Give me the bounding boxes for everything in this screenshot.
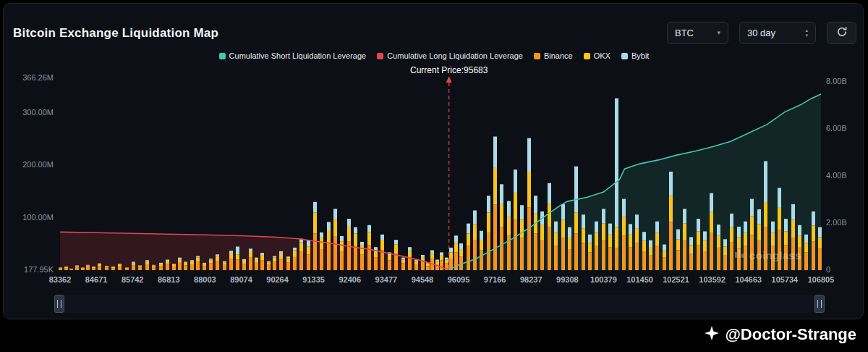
- current-price-label: Current Price:95683: [410, 65, 488, 75]
- right-axis-label: 4.00B: [826, 171, 864, 180]
- x-axis-label: 92406: [339, 275, 361, 284]
- left-axis-label: 200.00M: [3, 160, 54, 169]
- legend-item[interactable]: Binance: [534, 51, 573, 60]
- stage: Bitcoin Exchange Liquidation Map BTC ▾ 3…: [0, 0, 868, 352]
- refresh-icon: [836, 26, 848, 40]
- footer-credit: @Doctor-Strange: [705, 325, 856, 344]
- legend-item[interactable]: Cumulative Short Liquidation Leverage: [219, 51, 367, 60]
- x-axis-label: 99308: [556, 275, 579, 284]
- legend-label: OKX: [594, 51, 610, 60]
- legend-swatch: [584, 53, 590, 59]
- chevron-up-down-icon: ▴▾: [805, 28, 808, 38]
- x-axis-label: 89074: [230, 275, 252, 284]
- legend-label: Cumulative Short Liquidation Leverage: [229, 51, 367, 60]
- x-axis-label: 94548: [412, 275, 434, 284]
- timeframe-select-value: 30 day: [747, 28, 775, 38]
- legend-label: Bybit: [631, 51, 649, 60]
- x-axis-label: 86813: [158, 275, 180, 284]
- refresh-button[interactable]: [827, 22, 856, 44]
- left-axis-label: 366.26M: [3, 73, 54, 82]
- x-axis-label: 97166: [484, 275, 506, 284]
- grip-icon: [817, 300, 822, 308]
- x-axis-label: 85742: [122, 275, 144, 284]
- x-axis-label: 102521: [663, 275, 689, 284]
- star-icon: [705, 326, 719, 343]
- legend-label: Binance: [544, 51, 573, 60]
- legend-label: Cumulative Long Liquidation Leverage: [387, 51, 523, 60]
- chevron-down-icon: ▾: [717, 30, 720, 36]
- chart-legend: Cumulative Short Liquidation LeverageCum…: [0, 51, 868, 60]
- right-axis-label: 8.00B: [826, 77, 864, 85]
- symbol-select[interactable]: BTC ▾: [667, 22, 728, 44]
- x-axis-label: 98237: [520, 275, 542, 284]
- legend-item[interactable]: OKX: [584, 51, 610, 60]
- page-title: Bitcoin Exchange Liquidation Map: [13, 26, 218, 41]
- left-axis-label: 300.00M: [3, 108, 54, 117]
- x-axis-label: 88003: [194, 275, 216, 284]
- x-axis-label: 105734: [772, 275, 799, 284]
- legend-swatch: [219, 53, 226, 59]
- legend-item[interactable]: Bybit: [621, 51, 649, 60]
- x-axis-label: 101450: [626, 275, 653, 284]
- x-axis-label: 91335: [302, 275, 325, 284]
- x-axis-label: 90264: [266, 275, 289, 284]
- right-axis-label: 0: [826, 265, 864, 274]
- legend-swatch: [621, 53, 628, 59]
- left-axis-label: 177.95K: [3, 265, 54, 274]
- grip-icon: [57, 300, 61, 308]
- navigator-left-handle[interactable]: [54, 295, 64, 313]
- x-axis-label: 84671: [85, 275, 108, 284]
- right-axis-label: 6.00B: [826, 124, 864, 133]
- chart-navigator[interactable]: [54, 295, 825, 313]
- x-axis-label: 103592: [699, 275, 726, 284]
- navigator-right-handle[interactable]: [814, 295, 825, 313]
- credit-handle: @Doctor-Strange: [725, 325, 856, 344]
- right-axis-label: 2.00B: [826, 218, 864, 227]
- legend-item[interactable]: Cumulative Long Liquidation Leverage: [377, 51, 523, 60]
- x-axis-label: 106805: [808, 275, 835, 284]
- legend-swatch: [377, 53, 383, 59]
- x-axis-label: 83362: [49, 275, 72, 284]
- x-axis-label: 96095: [448, 275, 470, 284]
- liquidation-map-chart[interactable]: [56, 77, 825, 272]
- symbol-select-value: BTC: [675, 28, 694, 38]
- x-axis-label: 93477: [375, 275, 398, 284]
- legend-swatch: [534, 53, 540, 59]
- left-axis-label: 100.00M: [3, 213, 54, 222]
- timeframe-select[interactable]: 30 day ▴▾: [739, 22, 816, 44]
- x-axis-label: 100379: [590, 275, 617, 284]
- x-axis-label: 104663: [735, 275, 762, 284]
